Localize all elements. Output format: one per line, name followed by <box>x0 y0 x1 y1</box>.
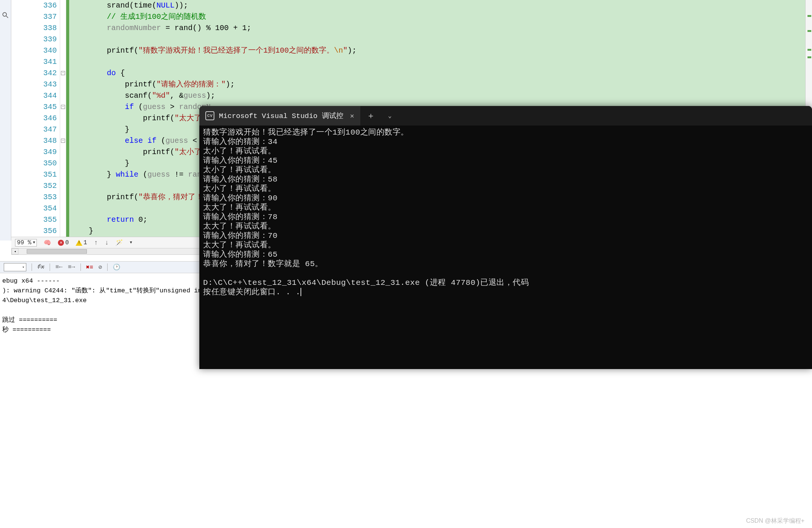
separator <box>50 263 50 271</box>
line-number: 346 <box>11 113 57 124</box>
fold-column[interactable]: −−− <box>60 0 66 237</box>
code-line[interactable] <box>71 56 805 68</box>
line-number: 337 <box>11 11 57 23</box>
separator <box>107 263 108 271</box>
scrollbar-thumb[interactable] <box>27 249 87 254</box>
chevron-down-icon: ▼ <box>33 241 35 245</box>
line-number: 352 <box>11 180 57 192</box>
line-number: 344 <box>11 90 57 101</box>
separator <box>80 263 81 271</box>
indent-left-icon[interactable]: ≡← <box>55 264 62 271</box>
close-icon[interactable]: ✕ <box>350 112 354 120</box>
chevron-down-icon[interactable]: ▼ <box>130 241 132 245</box>
warnings-count[interactable]: 1 <box>76 239 87 246</box>
change-indicator <box>66 0 69 237</box>
prev-issue-button[interactable]: ↑ <box>94 239 98 247</box>
line-number: 351 <box>11 169 57 180</box>
line-number: 347 <box>11 124 57 135</box>
fold-toggle[interactable]: − <box>61 139 65 143</box>
text-cursor <box>301 288 301 296</box>
next-issue-button[interactable]: ↓ <box>105 239 109 247</box>
vs-icon: cv <box>205 111 214 120</box>
line-number-gutter: 3363373383393403413423433443453463473483… <box>11 0 60 237</box>
code-line[interactable] <box>71 34 805 45</box>
separator <box>32 263 32 271</box>
line-number: 339 <box>11 34 57 45</box>
debug-console-window[interactable]: cv Microsoft Visual Studio 调试控 ✕ ＋ ⌄ 猜数字… <box>199 106 812 369</box>
line-number: 350 <box>11 158 57 169</box>
console-tabbar: cv Microsoft Visual Studio 调试控 ✕ ＋ ⌄ <box>199 106 812 126</box>
new-tab-button[interactable]: ＋ <box>360 106 381 126</box>
line-number: 342 <box>11 68 57 79</box>
indent-right-icon[interactable]: ≡→ <box>68 264 75 271</box>
line-number: 348 <box>11 135 57 147</box>
left-toolstrip <box>0 0 11 241</box>
console-tab[interactable]: cv Microsoft Visual Studio 调试控 ✕ <box>199 106 360 126</box>
line-number: 338 <box>11 23 57 34</box>
code-line[interactable]: do { <box>71 68 805 79</box>
line-number: 349 <box>11 147 57 158</box>
line-number: 336 <box>11 0 57 11</box>
code-line[interactable]: printf("请输入你的猜测："); <box>71 79 805 90</box>
fold-toggle[interactable]: − <box>61 71 65 75</box>
code-line[interactable]: randomNumber = rand() % 100 + 1; <box>71 23 805 34</box>
toggle-icon[interactable]: ⊘ <box>99 263 102 271</box>
magic-wand-icon[interactable]: 🪄 <box>115 239 123 247</box>
scroll-left-button[interactable]: ◂ <box>12 248 18 254</box>
warning-icon <box>76 240 82 246</box>
watermark: CSDN @林采学编程+ <box>746 517 804 525</box>
output-source-dropdown[interactable] <box>4 263 26 271</box>
clock-icon[interactable]: 🕑 <box>113 263 120 271</box>
zoom-value: 99 % <box>17 239 31 246</box>
line-number: 355 <box>11 214 57 225</box>
code-line[interactable]: // 生成1到100之间的随机数 <box>71 11 805 23</box>
line-number: 356 <box>11 225 57 237</box>
line-number: 354 <box>11 203 57 214</box>
line-number: 353 <box>11 192 57 203</box>
fold-toggle[interactable]: − <box>61 105 65 109</box>
clear-search-icon[interactable]: fx <box>37 264 44 271</box>
code-line[interactable]: printf("猜数字游戏开始！我已经选择了一个1到100之间的数字。\n"); <box>71 45 805 56</box>
clear-all-icon[interactable]: ✖≡ <box>86 263 93 271</box>
line-number: 341 <box>11 56 57 68</box>
svg-point-0 <box>3 12 6 16</box>
console-tab-title: Microsoft Visual Studio 调试控 <box>219 111 343 121</box>
tab-menu-chevron[interactable]: ⌄ <box>381 106 399 126</box>
zoom-dropdown[interactable]: 99 % ▼ <box>15 239 37 247</box>
brain-icon[interactable]: 🧠 <box>44 239 51 247</box>
code-line[interactable]: scanf("%d", &guess); <box>71 90 805 101</box>
line-number: 340 <box>11 45 57 56</box>
svg-line-1 <box>6 16 8 18</box>
error-icon: ✕ <box>58 240 64 246</box>
code-line[interactable]: srand(time(NULL)); <box>71 0 805 11</box>
errors-count[interactable]: ✕ 0 <box>58 239 69 246</box>
search-icon[interactable] <box>2 11 9 19</box>
line-number: 345 <box>11 101 57 113</box>
console-output[interactable]: 猜数字游戏开始！我已经选择了一个1到100之间的数字。 请输入你的猜测：34 太… <box>199 126 812 299</box>
line-number: 343 <box>11 79 57 90</box>
